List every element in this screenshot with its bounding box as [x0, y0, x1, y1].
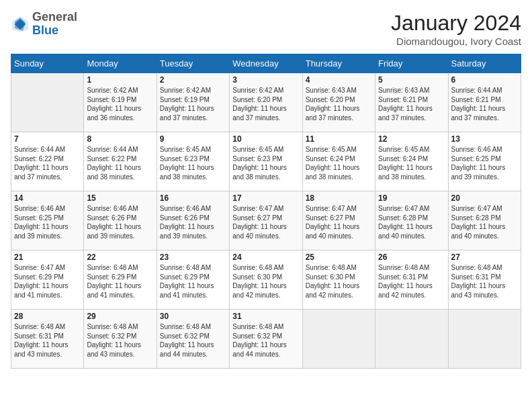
- day-info: Sunrise: 6:48 AM Sunset: 6:32 PM Dayligh…: [160, 322, 226, 359]
- calendar-week-4: 21Sunrise: 6:47 AM Sunset: 6:29 PM Dayli…: [11, 250, 521, 310]
- table-row: 2Sunrise: 6:42 AM Sunset: 6:19 PM Daylig…: [157, 73, 229, 132]
- table-row: 19Sunrise: 6:47 AM Sunset: 6:28 PM Dayli…: [375, 191, 448, 250]
- day-number: 28: [14, 312, 81, 321]
- table-row: 26Sunrise: 6:48 AM Sunset: 6:31 PM Dayli…: [375, 250, 448, 310]
- calendar-week-3: 14Sunrise: 6:46 AM Sunset: 6:25 PM Dayli…: [11, 191, 521, 250]
- day-info: Sunrise: 6:45 AM Sunset: 6:23 PM Dayligh…: [232, 145, 299, 181]
- logo-text: General Blue: [32, 11, 77, 38]
- day-info: Sunrise: 6:43 AM Sunset: 6:21 PM Dayligh…: [378, 86, 445, 122]
- calendar-table: Sunday Monday Tuesday Wednesday Thursday…: [11, 54, 521, 369]
- table-row: 21Sunrise: 6:47 AM Sunset: 6:29 PM Dayli…: [11, 250, 84, 310]
- day-number: 26: [378, 253, 445, 262]
- table-row: 6Sunrise: 6:44 AM Sunset: 6:21 PM Daylig…: [448, 73, 521, 132]
- day-number: 19: [378, 193, 445, 203]
- calendar-week-5: 28Sunrise: 6:48 AM Sunset: 6:31 PM Dayli…: [11, 310, 521, 369]
- day-number: 13: [451, 134, 518, 144]
- day-number: 23: [160, 253, 226, 262]
- day-number: 7: [14, 134, 81, 144]
- table-row: 1Sunrise: 6:42 AM Sunset: 6:19 PM Daylig…: [84, 73, 157, 132]
- table-row: 27Sunrise: 6:48 AM Sunset: 6:31 PM Dayli…: [448, 250, 521, 310]
- day-info: Sunrise: 6:47 AM Sunset: 6:27 PM Dayligh…: [232, 204, 299, 240]
- table-row: 9Sunrise: 6:45 AM Sunset: 6:23 PM Daylig…: [157, 132, 229, 191]
- table-row: 11Sunrise: 6:45 AM Sunset: 6:24 PM Dayli…: [302, 132, 375, 191]
- day-info: Sunrise: 6:48 AM Sunset: 6:30 PM Dayligh…: [232, 263, 299, 300]
- table-row: 16Sunrise: 6:46 AM Sunset: 6:26 PM Dayli…: [157, 191, 229, 250]
- table-row: 20Sunrise: 6:47 AM Sunset: 6:28 PM Dayli…: [448, 191, 521, 250]
- day-number: 8: [87, 134, 153, 144]
- table-row: 12Sunrise: 6:45 AM Sunset: 6:24 PM Dayli…: [375, 132, 448, 191]
- table-row: 28Sunrise: 6:48 AM Sunset: 6:31 PM Dayli…: [11, 310, 84, 369]
- table-row: 31Sunrise: 6:48 AM Sunset: 6:32 PM Dayli…: [230, 310, 302, 369]
- day-number: 18: [306, 193, 372, 203]
- page-header: General Blue January 2024 Diomandougou, …: [11, 11, 521, 47]
- logo-blue: Blue: [32, 24, 58, 37]
- day-number: 16: [160, 193, 226, 203]
- day-info: Sunrise: 6:46 AM Sunset: 6:26 PM Dayligh…: [87, 204, 153, 240]
- day-number: 29: [87, 312, 153, 321]
- day-number: 31: [232, 312, 299, 321]
- logo: General Blue: [11, 11, 77, 38]
- day-info: Sunrise: 6:48 AM Sunset: 6:31 PM Dayligh…: [451, 263, 518, 300]
- day-number: 10: [232, 134, 299, 144]
- table-row: 8Sunrise: 6:44 AM Sunset: 6:22 PM Daylig…: [84, 132, 157, 191]
- col-wednesday: Wednesday: [230, 54, 302, 73]
- calendar-week-1: 1Sunrise: 6:42 AM Sunset: 6:19 PM Daylig…: [11, 73, 521, 132]
- table-row: 23Sunrise: 6:48 AM Sunset: 6:29 PM Dayli…: [157, 250, 229, 310]
- day-info: Sunrise: 6:46 AM Sunset: 6:26 PM Dayligh…: [160, 204, 226, 240]
- day-number: 9: [160, 134, 226, 144]
- table-row: [448, 310, 521, 369]
- day-number: 22: [87, 253, 153, 262]
- day-number: 17: [232, 193, 299, 203]
- table-row: 7Sunrise: 6:44 AM Sunset: 6:22 PM Daylig…: [11, 132, 84, 191]
- day-info: Sunrise: 6:44 AM Sunset: 6:22 PM Dayligh…: [87, 145, 153, 181]
- day-info: Sunrise: 6:45 AM Sunset: 6:24 PM Dayligh…: [306, 145, 372, 181]
- day-number: 1: [87, 75, 153, 85]
- table-row: [11, 73, 84, 132]
- table-row: 29Sunrise: 6:48 AM Sunset: 6:32 PM Dayli…: [84, 310, 157, 369]
- col-tuesday: Tuesday: [157, 54, 229, 73]
- day-number: 5: [378, 75, 445, 85]
- day-number: 21: [14, 253, 81, 262]
- day-info: Sunrise: 6:42 AM Sunset: 6:20 PM Dayligh…: [232, 86, 299, 122]
- day-info: Sunrise: 6:48 AM Sunset: 6:32 PM Dayligh…: [232, 322, 299, 359]
- day-info: Sunrise: 6:48 AM Sunset: 6:31 PM Dayligh…: [14, 322, 81, 359]
- day-info: Sunrise: 6:48 AM Sunset: 6:29 PM Dayligh…: [160, 263, 226, 300]
- day-info: Sunrise: 6:46 AM Sunset: 6:25 PM Dayligh…: [14, 204, 81, 240]
- table-row: 15Sunrise: 6:46 AM Sunset: 6:26 PM Dayli…: [84, 191, 157, 250]
- day-info: Sunrise: 6:42 AM Sunset: 6:19 PM Dayligh…: [87, 86, 153, 122]
- col-sunday: Sunday: [11, 54, 84, 73]
- day-number: 6: [451, 75, 518, 85]
- table-row: [375, 310, 448, 369]
- col-saturday: Saturday: [448, 54, 521, 73]
- day-info: Sunrise: 6:42 AM Sunset: 6:19 PM Dayligh…: [160, 86, 226, 122]
- day-info: Sunrise: 6:47 AM Sunset: 6:28 PM Dayligh…: [378, 204, 445, 240]
- day-number: 12: [378, 134, 445, 144]
- table-row: 24Sunrise: 6:48 AM Sunset: 6:30 PM Dayli…: [230, 250, 302, 310]
- table-row: 14Sunrise: 6:46 AM Sunset: 6:25 PM Dayli…: [11, 191, 84, 250]
- day-number: 11: [306, 134, 372, 144]
- day-info: Sunrise: 6:45 AM Sunset: 6:23 PM Dayligh…: [160, 145, 226, 181]
- day-number: 25: [306, 253, 372, 262]
- day-info: Sunrise: 6:48 AM Sunset: 6:32 PM Dayligh…: [87, 322, 153, 359]
- day-info: Sunrise: 6:43 AM Sunset: 6:20 PM Dayligh…: [306, 86, 372, 122]
- table-row: 17Sunrise: 6:47 AM Sunset: 6:27 PM Dayli…: [230, 191, 302, 250]
- day-info: Sunrise: 6:44 AM Sunset: 6:21 PM Dayligh…: [451, 86, 518, 122]
- day-info: Sunrise: 6:44 AM Sunset: 6:22 PM Dayligh…: [14, 145, 81, 181]
- day-info: Sunrise: 6:48 AM Sunset: 6:31 PM Dayligh…: [378, 263, 445, 300]
- table-row: 10Sunrise: 6:45 AM Sunset: 6:23 PM Dayli…: [230, 132, 302, 191]
- day-number: 4: [306, 75, 372, 85]
- table-row: 5Sunrise: 6:43 AM Sunset: 6:21 PM Daylig…: [375, 73, 448, 132]
- calendar-week-2: 7Sunrise: 6:44 AM Sunset: 6:22 PM Daylig…: [11, 132, 521, 191]
- day-number: 3: [232, 75, 299, 85]
- title-block: January 2024 Diomandougou, Ivory Coast: [391, 11, 521, 47]
- day-number: 27: [451, 253, 518, 262]
- day-info: Sunrise: 6:45 AM Sunset: 6:24 PM Dayligh…: [378, 145, 445, 181]
- calendar-header-row: Sunday Monday Tuesday Wednesday Thursday…: [11, 54, 521, 73]
- day-number: 15: [87, 193, 153, 203]
- day-info: Sunrise: 6:48 AM Sunset: 6:30 PM Dayligh…: [306, 263, 372, 300]
- day-info: Sunrise: 6:47 AM Sunset: 6:29 PM Dayligh…: [14, 263, 81, 300]
- col-monday: Monday: [84, 54, 157, 73]
- day-number: 24: [232, 253, 299, 262]
- day-info: Sunrise: 6:47 AM Sunset: 6:28 PM Dayligh…: [451, 204, 518, 240]
- logo-general: General: [32, 10, 77, 24]
